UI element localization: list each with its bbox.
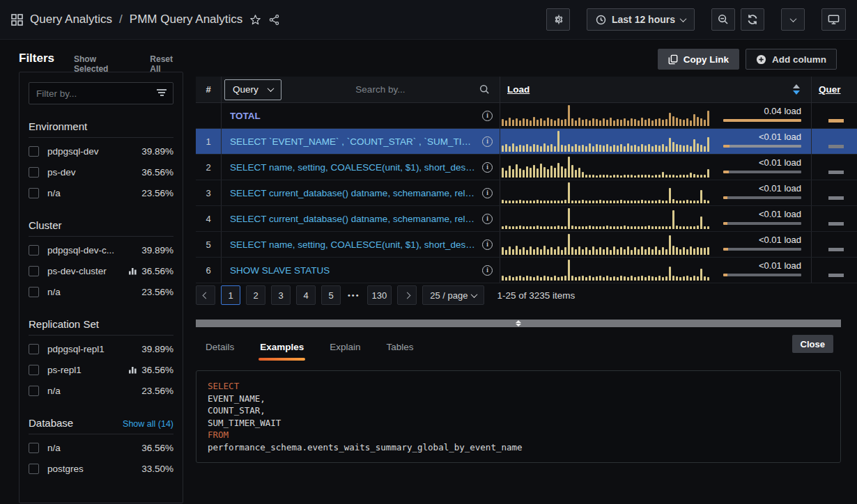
page-button[interactable]: 5 (321, 285, 341, 305)
table-row[interactable]: 4SELECT current_database() datname, sche… (196, 206, 857, 232)
info-icon[interactable]: i (482, 162, 493, 173)
tab-tables[interactable]: Tables (387, 342, 414, 354)
apps-grid-icon[interactable] (11, 14, 23, 26)
column-header-query-count[interactable]: Quer (819, 84, 841, 95)
query-link[interactable]: SELECT current_database() datname, schem… (230, 188, 477, 198)
table-row[interactable]: 1SELECT `EVENT_NAME` , `COUNT_STAR` , `S… (196, 129, 857, 155)
page-button[interactable]: 4 (296, 285, 316, 305)
previous-page-button[interactable] (196, 285, 215, 305)
filter-search-input[interactable] (29, 82, 173, 104)
table-row[interactable]: 6SHOW SLAVE STATUSi<0.01 load (196, 258, 857, 283)
close-details-button[interactable]: Close (792, 335, 833, 353)
filter-item[interactable]: pdpgsql-dev-c...39.89% (29, 239, 173, 260)
column-header-load[interactable]: Load (507, 84, 530, 95)
checkbox[interactable] (29, 245, 39, 255)
checkbox[interactable] (29, 188, 39, 198)
spark-bar (644, 277, 647, 281)
star-icon[interactable] (249, 14, 261, 26)
query-link[interactable]: SELECT `EVENT_NAME` , `COUNT_STAR` , `SU… (230, 136, 477, 147)
page-button[interactable]: 2 (246, 285, 265, 305)
filter-item[interactable]: postgres33.50% (29, 458, 173, 479)
share-icon[interactable] (268, 14, 280, 26)
breadcrumb-current[interactable]: PMM Query Analytics (130, 13, 243, 26)
spark-bar (697, 247, 699, 255)
checkbox[interactable] (29, 146, 39, 157)
checkbox[interactable] (29, 266, 39, 276)
search-icon[interactable] (479, 84, 490, 95)
filter-item[interactable]: n/a23.56% (29, 380, 173, 401)
checkbox[interactable] (29, 344, 39, 354)
table-row[interactable]: 3SELECT current_database() datname, sche… (196, 180, 857, 206)
query-link[interactable]: SELECT name, setting, COALESCE(unit, $1)… (230, 239, 477, 250)
checkbox[interactable] (29, 443, 39, 453)
filter-item[interactable]: ps-dev36.56% (29, 162, 173, 182)
resize-down-icon (516, 324, 521, 326)
table-row[interactable]: 2SELECT name, setting, COALESCE(unit, $1… (196, 155, 857, 180)
copy-link-label: Copy Link (684, 54, 729, 65)
spark-bar (665, 175, 667, 178)
page-button[interactable]: 3 (271, 285, 291, 305)
settings-button[interactable] (546, 8, 570, 31)
page-size-select[interactable]: 25 / page (422, 285, 484, 305)
filter-item[interactable]: ps-dev-cluster36.56% (29, 260, 173, 281)
spark-bar (554, 200, 556, 204)
breadcrumb-root[interactable]: Query Analytics (30, 13, 112, 26)
page-button[interactable]: 1 (221, 285, 240, 305)
sort-toggle-icon[interactable] (793, 84, 800, 95)
query-link[interactable]: SELECT name, setting, COALESCE(unit, $1)… (230, 162, 477, 173)
info-icon[interactable]: i (482, 188, 493, 198)
spark-bar (564, 226, 566, 229)
show-all-link[interactable]: Show all (14) (123, 419, 173, 429)
show-selected-link[interactable]: Show Selected (74, 54, 129, 74)
refresh-button[interactable] (741, 8, 764, 31)
reset-all-link[interactable]: Reset All (150, 54, 183, 74)
spark-bar (505, 226, 507, 229)
filter-item[interactable]: pdpgsql-dev39.89% (29, 141, 173, 162)
page-button-last[interactable]: 130 (367, 285, 392, 305)
info-icon[interactable]: i (482, 239, 493, 250)
refresh-interval-dropdown[interactable] (781, 8, 805, 31)
query-link[interactable]: TOTAL (230, 111, 477, 121)
checkbox[interactable] (29, 365, 39, 375)
filter-item[interactable]: pdpgsql-repl139.89% (29, 338, 173, 359)
tab-examples[interactable]: Examples (260, 342, 304, 354)
checkbox[interactable] (29, 464, 39, 474)
tv-mode-button[interactable] (821, 8, 846, 31)
table-row[interactable]: 5SELECT name, setting, COALESCE(unit, $1… (196, 232, 857, 258)
info-icon[interactable]: i (482, 214, 493, 224)
time-range-picker[interactable]: Last 12 hours (587, 8, 695, 31)
filter-item[interactable]: n/a36.56% (29, 437, 173, 458)
add-column-button[interactable]: Add column (746, 49, 837, 70)
tab-explain[interactable]: Explain (330, 342, 360, 354)
table-row-total[interactable]: TOTALi0.04 load (196, 103, 857, 129)
info-icon[interactable]: i (482, 136, 493, 147)
filter-group-header: DatabaseShow all (14) (29, 417, 173, 429)
query-link[interactable]: SHOW SLAVE STATUS (230, 265, 477, 276)
filter-item[interactable]: ps-repl136.56% (29, 359, 173, 380)
next-page-button[interactable] (397, 285, 417, 305)
checkbox[interactable] (29, 287, 39, 297)
tab-details[interactable]: Details (206, 342, 234, 354)
filter-item[interactable]: n/a23.56% (29, 281, 173, 302)
info-icon[interactable]: i (482, 111, 493, 121)
spark-bar (672, 210, 674, 229)
checkbox[interactable] (29, 167, 39, 178)
info-icon[interactable]: i (482, 265, 493, 276)
spark-bar (592, 200, 594, 203)
query-link[interactable]: SELECT current_database() datname, schem… (230, 214, 477, 224)
dimension-select[interactable]: Query (224, 79, 281, 100)
checkbox[interactable] (29, 386, 39, 396)
spark-bar (561, 226, 563, 229)
panel-resizer-handle[interactable] (196, 320, 841, 327)
zoom-out-button[interactable] (711, 8, 735, 31)
resize-up-icon (516, 320, 521, 323)
top-nav-bar: Query Analytics / PMM Query Analytics (0, 0, 857, 40)
query-search-input[interactable] (281, 84, 479, 95)
copy-link-button[interactable]: Copy Link (658, 49, 739, 70)
spark-bar (536, 120, 539, 126)
filter-item[interactable]: n/a23.56% (29, 182, 173, 203)
spark-bar (610, 200, 612, 203)
spark-bar (651, 120, 654, 126)
spark-bar (679, 226, 681, 229)
load-value: <0.01 load (723, 183, 801, 194)
